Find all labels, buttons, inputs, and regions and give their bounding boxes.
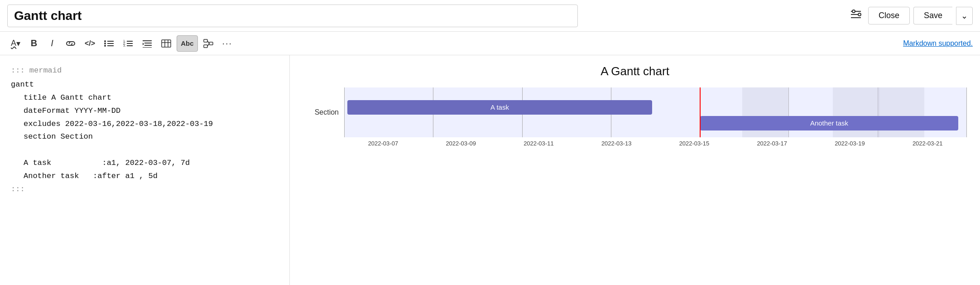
mermaid-end: ::: <box>11 183 279 196</box>
main-content: ::: mermaid gantt title A Gantt chart da… <box>0 55 980 285</box>
toolbar: A▾ B I </> 1.2.3. Abc ··· Markdown suppo… <box>0 32 980 55</box>
code-line-title: title A Gantt chart <box>11 92 279 105</box>
code-line-task-b: Another task :after a1 , 5d <box>11 170 279 183</box>
svg-point-4 <box>852 10 855 13</box>
italic-button[interactable]: I <box>44 35 60 52</box>
code-line-dateformat: dateFormat YYYY-MM-DD <box>11 105 279 118</box>
svg-line-29 <box>207 41 209 43</box>
date-label-4: 2022-03-13 <box>577 140 655 147</box>
ordered-list-button[interactable]: 1.2.3. <box>120 35 137 52</box>
svg-marker-21 <box>143 43 144 45</box>
code-button[interactable]: </> <box>81 35 99 52</box>
task-a-bar: A task <box>347 100 652 115</box>
svg-rect-22 <box>162 40 171 47</box>
svg-rect-27 <box>204 45 207 48</box>
code-line-excludes: excludes 2022-03-16,2022-03-18,2022-03-1… <box>11 118 279 131</box>
link-button[interactable] <box>62 35 79 52</box>
table-button[interactable] <box>158 35 175 52</box>
indent-button[interactable] <box>139 35 156 52</box>
tick-line-8 <box>966 87 967 137</box>
svg-point-7 <box>104 43 106 44</box>
date-label-6: 2022-03-17 <box>733 140 811 147</box>
date-label-3: 2022-03-11 <box>500 140 578 147</box>
markdown-link[interactable]: Markdown supported. <box>903 39 973 48</box>
close-button[interactable]: Close <box>868 7 910 24</box>
section-label: Section <box>303 87 344 137</box>
date-label-1: 2022-03-07 <box>344 140 422 147</box>
today-line <box>700 87 701 137</box>
svg-point-3 <box>858 13 861 16</box>
editor-pane[interactable]: ::: mermaid gantt title A Gantt chart da… <box>0 55 290 285</box>
svg-point-5 <box>104 40 106 42</box>
svg-line-30 <box>207 43 209 46</box>
header-actions: Close Save ⌄ <box>847 7 973 25</box>
header: Close Save ⌄ <box>0 0 980 32</box>
preview-pane: A Gantt chart Section <box>290 55 980 285</box>
date-label-8: 2022-03-21 <box>889 140 966 147</box>
code-line-section: section Section <box>11 130 279 144</box>
save-button[interactable]: Save <box>913 7 952 24</box>
code-line-gantt: gantt <box>11 78 279 92</box>
svg-text:3.: 3. <box>123 44 126 47</box>
date-label-7: 2022-03-19 <box>811 140 889 147</box>
svg-point-9 <box>104 45 106 47</box>
filter-icon-button[interactable] <box>847 7 865 25</box>
gantt-chart-title: A Gantt chart <box>303 64 966 78</box>
date-label-2: 2022-03-09 <box>422 140 500 147</box>
tick-line-1 <box>344 87 345 137</box>
bold-button[interactable]: B <box>26 35 42 52</box>
more-button[interactable]: ··· <box>219 35 236 52</box>
diagram-button[interactable] <box>200 35 217 52</box>
svg-rect-26 <box>204 39 207 42</box>
gantt-date-axis: 2022-03-07 2022-03-09 2022-03-11 2022-03… <box>344 140 966 147</box>
save-dropdown-button[interactable]: ⌄ <box>956 7 973 25</box>
title-input[interactable] <box>7 5 578 27</box>
gantt-container: Section <box>303 87 966 147</box>
text-abc-button[interactable]: Abc <box>177 35 197 52</box>
gantt-timeline-area: A task Another task <box>344 87 966 137</box>
code-line-task-a: A task :a1, 2022-03-07, 7d <box>11 157 279 170</box>
code-line-blank <box>11 144 279 157</box>
date-label-5: 2022-03-15 <box>655 140 733 147</box>
task-b-bar: Another task <box>700 116 958 130</box>
mermaid-start: ::: mermaid <box>11 64 279 77</box>
unordered-list-button[interactable] <box>101 35 118 52</box>
text-style-button[interactable]: A▾ <box>7 35 24 52</box>
svg-rect-28 <box>209 42 213 45</box>
